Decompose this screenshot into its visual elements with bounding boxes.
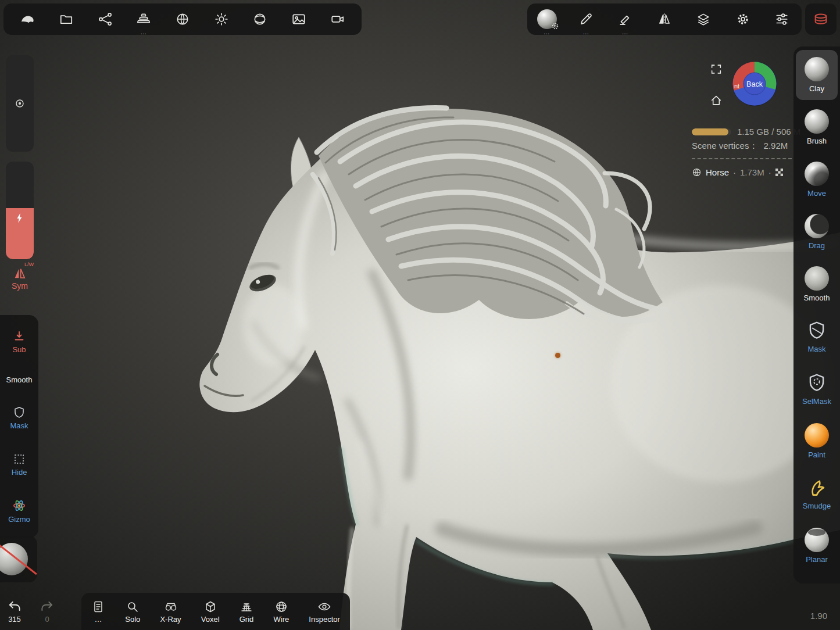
scene-vertices: Scene vertices： 2.92M (692, 141, 788, 152)
stroke-more-dots: … (582, 29, 589, 35)
tool-drag[interactable]: Drag (796, 207, 838, 257)
filters-sliders-icon[interactable] (763, 3, 802, 35)
tool-label: Move (807, 189, 826, 198)
radius-slider[interactable] (6, 55, 34, 152)
camera-icon[interactable] (318, 3, 357, 35)
scene-list-button[interactable]: … (91, 600, 105, 624)
tool-next-partial[interactable] (796, 573, 838, 584)
symmetry-icon[interactable] (645, 3, 684, 35)
tool-smudge[interactable]: Smudge (796, 468, 838, 518)
bake-more-dots: … (140, 29, 147, 35)
move-sphere-icon (805, 162, 829, 186)
files-icon[interactable] (47, 3, 86, 35)
tool-paint[interactable]: Paint (796, 416, 838, 466)
tool-clay[interactable]: Clay (796, 50, 838, 100)
axes-gyro-icon (12, 498, 27, 513)
bake-icon[interactable]: … (124, 3, 163, 35)
history-button[interactable] (805, 3, 837, 35)
shield-icon (12, 406, 26, 420)
top-right-toolbar: … … … (527, 3, 802, 35)
topology-icon[interactable] (163, 3, 202, 35)
environment-icon[interactable] (241, 3, 280, 35)
redo-count: 0 (45, 615, 49, 624)
redo-icon (40, 599, 55, 614)
inspector-toggle[interactable]: Inspector (309, 600, 339, 624)
mask-button[interactable]: Mask (10, 406, 28, 430)
cube-icon (203, 600, 217, 614)
gizmo-button[interactable]: Gizmo (8, 498, 30, 524)
nav-back-label: Back (746, 80, 763, 88)
arrow-down-sub-icon (12, 330, 26, 343)
sub-toggle[interactable]: Sub (12, 330, 26, 354)
settings-gear-icon[interactable] (723, 3, 762, 35)
memory-stats: 1.15 GB / 506 M (692, 127, 800, 137)
notebook-icon (91, 600, 105, 614)
tool-label: Drag (809, 241, 825, 250)
planar-sphere-icon (805, 528, 829, 552)
voxel-toggle[interactable]: Voxel (201, 600, 220, 624)
tool-smooth[interactable]: Smooth (796, 259, 838, 309)
grid-label: Grid (240, 615, 254, 624)
checker-icon (775, 169, 783, 176)
view-options-bar: … Solo X-Ray Voxel Grid Wire Inspector (81, 593, 350, 630)
hide-button[interactable]: Hide (12, 452, 27, 477)
goggles-icon (164, 600, 178, 614)
clay-sphere-icon (805, 57, 829, 81)
gizmo-label: Gizmo (8, 515, 30, 524)
undo-button[interactable]: 315 (7, 599, 22, 624)
tool-label: Clay (809, 84, 824, 93)
stamp-icon[interactable]: … (606, 3, 645, 35)
scene-vertices-value: 2.92M (764, 141, 788, 151)
dot-separator: · (733, 167, 736, 177)
xray-label: X-Ray (160, 615, 181, 624)
tool-mask[interactable]: Mask (796, 312, 838, 361)
tool-rail: Clay Brush Move Drag Smooth Mask SelMask (793, 46, 840, 584)
wire-toggle[interactable]: Wire (273, 600, 289, 624)
radius-dot-icon (13, 97, 26, 110)
background-image-icon[interactable] (280, 3, 319, 35)
shield-icon (806, 320, 828, 342)
lighting-icon[interactable] (202, 3, 241, 35)
grid-toggle[interactable]: Grid (240, 600, 254, 624)
tool-label: Smooth (804, 293, 830, 302)
fullscreen-icon[interactable] (710, 63, 723, 78)
object-row[interactable]: Horse · 1.73M · (692, 167, 783, 177)
mask-label: Mask (10, 421, 28, 430)
inspector-label: Inspector (309, 615, 339, 624)
solo-label: Solo (125, 615, 140, 624)
tool-selmask[interactable]: SelMask (796, 364, 838, 414)
layers-icon[interactable] (684, 3, 723, 35)
memory-bar (692, 128, 731, 135)
app-logo[interactable] (8, 3, 47, 35)
tool-label: Brush (807, 137, 827, 145)
sphere-grid-icon (692, 167, 702, 177)
drag-sphere-icon (805, 214, 829, 238)
shield-select-icon (806, 372, 828, 394)
scene-graph-icon[interactable] (85, 3, 124, 35)
tool-move[interactable]: Move (796, 155, 838, 205)
dashed-square-icon (12, 452, 26, 466)
orientation-nav-ball[interactable]: Back nt (731, 60, 778, 107)
tool-planar[interactable]: Planar (796, 521, 838, 571)
symmetry-toggle[interactable]: L/W Sym (5, 262, 35, 291)
more-label: … (95, 615, 102, 624)
stamp-more-dots: … (622, 29, 629, 35)
tool-brush[interactable]: Brush (796, 102, 838, 152)
stroke-pencil-icon[interactable]: … (566, 3, 605, 35)
tool-label: Paint (808, 450, 825, 459)
material-ball-icon[interactable]: … (527, 3, 566, 35)
brush-cursor-dot (555, 353, 560, 358)
redo-button[interactable]: 0 (40, 599, 55, 624)
xray-toggle[interactable]: X-Ray (160, 600, 181, 624)
matcap-disabled-button[interactable] (0, 536, 37, 582)
smooth-sphere-icon (805, 266, 829, 291)
smooth-label: Smooth (6, 375, 33, 384)
solo-toggle[interactable]: Solo (125, 600, 140, 624)
intensity-slider[interactable] (6, 162, 34, 259)
left-toolbar: Sub Smooth Mask Hide Gizmo (0, 315, 38, 538)
sym-badge: L/W (24, 262, 34, 267)
smooth-mode-label[interactable]: Smooth (6, 375, 33, 384)
smudge-finger-icon (806, 477, 828, 499)
home-icon[interactable] (710, 94, 723, 109)
object-vertices: 1.73M (740, 167, 764, 177)
